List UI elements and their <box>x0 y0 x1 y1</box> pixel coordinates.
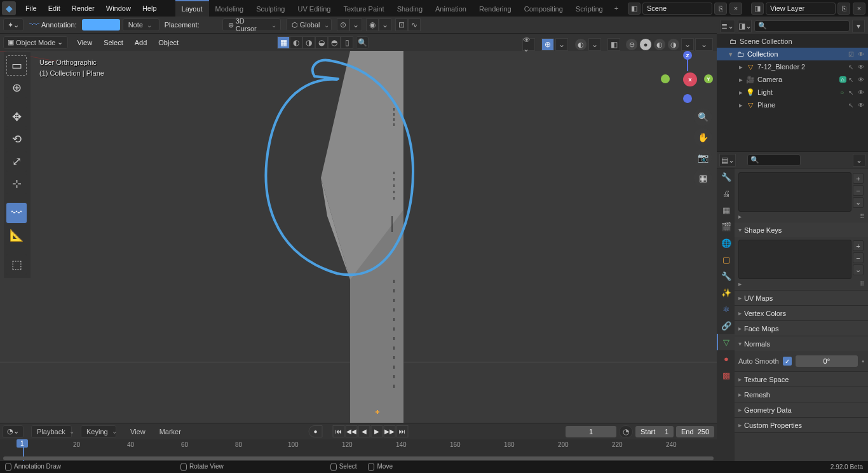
ptab-viewlayer-icon[interactable]: ▦ <box>717 202 735 218</box>
transform-tool-icon[interactable]: ⊹ <box>6 174 27 194</box>
snap-magnet-icon[interactable]: ⊙ <box>337 18 349 31</box>
toggle-xray-icon-b[interactable]: ◓ <box>328 36 341 49</box>
camera-view-icon[interactable]: 📷 <box>694 149 712 167</box>
tree-item-light[interactable]: ▸ 💡 Light ○ ↖👁 <box>717 86 868 99</box>
toggle-xray-icon-c[interactable]: ▯ <box>341 36 353 49</box>
add-primitive-tool-icon[interactable]: ⬚ <box>6 254 27 275</box>
panel-geometry-data[interactable]: Geometry Data <box>735 402 868 417</box>
rotate-tool-icon[interactable]: ⟲ <box>6 129 27 149</box>
show-gizmo-icon[interactable]: ◐ <box>290 36 302 49</box>
cursor-tool-icon[interactable]: ⊕ <box>6 78 27 98</box>
menu-window[interactable]: Window <box>100 0 137 17</box>
list-specials-button[interactable]: ⌄ <box>853 264 864 275</box>
disclosure-icon[interactable]: ▾ <box>727 50 735 58</box>
disclosure-icon[interactable]: ▸ <box>737 88 745 97</box>
viewport-menu-add[interactable]: Add <box>129 39 153 46</box>
disclosure-icon[interactable]: ▸ <box>737 101 745 109</box>
end-frame-field[interactable]: End250 <box>676 426 714 437</box>
navigation-gizmo[interactable]: Z X Y <box>663 53 712 102</box>
keying-dropdown[interactable]: Keying <box>81 425 116 438</box>
disclosure-icon[interactable]: ▸ <box>738 213 742 220</box>
outliner-search-field[interactable]: 🔍 <box>754 20 850 32</box>
annotation-note-dropdown[interactable]: Note <box>123 18 159 31</box>
disable-select-icon[interactable]: ↖ <box>846 89 855 96</box>
current-frame-field[interactable]: 1 <box>566 426 616 437</box>
proportional-edit-icon[interactable]: ◉ <box>366 18 379 31</box>
ptab-world-icon[interactable]: 🌐 <box>717 235 735 251</box>
start-frame-field[interactable]: Start1 <box>635 426 674 437</box>
auto-smooth-checkbox[interactable]: ✓ <box>783 357 792 366</box>
measure-tool-icon[interactable]: 📐 <box>6 225 27 245</box>
timeline-scrollbar[interactable] <box>3 456 714 460</box>
exclude-checkbox[interactable]: ☑ <box>846 51 855 58</box>
jump-next-keyframe-icon[interactable]: ▶▶ <box>384 425 396 437</box>
ptab-render-icon[interactable]: 🔧 <box>717 168 735 185</box>
grip-icon[interactable]: ⠿ <box>860 280 864 287</box>
hide-viewport-icon[interactable]: 👁 <box>857 51 865 58</box>
menu-render[interactable]: Render <box>66 0 100 17</box>
scene-name-field[interactable]: Scene <box>642 3 712 15</box>
show-gizmo-toggle[interactable]: ⊕ <box>541 38 554 51</box>
placement-dropdown[interactable]: ⊕ 3D Cursor <box>222 18 281 31</box>
viewport-search-icon[interactable]: 🔍 <box>356 36 369 49</box>
shading-wireframe-icon[interactable]: ⊖ <box>625 38 638 51</box>
disclosure-icon[interactable]: ▸ <box>737 63 745 71</box>
workspace-modeling[interactable]: Modeling <box>209 0 250 17</box>
disclosure-icon[interactable]: ▸ <box>737 76 745 84</box>
outliner-editor-select[interactable]: ≣⌄ <box>720 20 735 32</box>
ptab-material-icon[interactable]: ● <box>717 350 735 367</box>
use-preview-range-icon[interactable]: ◔ <box>619 425 633 438</box>
auto-smooth-angle-field[interactable]: 0° <box>796 355 858 367</box>
ptab-scene-icon[interactable]: 🎬 <box>717 218 735 235</box>
panel-custom-properties[interactable]: Custom Properties <box>735 418 868 432</box>
ptab-output-icon[interactable]: 🖨 <box>717 185 735 202</box>
view-object-types-icon[interactable]: 👁⌄ <box>522 38 535 51</box>
disable-select-icon[interactable]: ↖ <box>846 76 855 83</box>
3d-viewport[interactable]: User Orthographic (1) Collection | Plane <box>0 51 717 473</box>
ptab-object-icon[interactable]: ▢ <box>717 251 735 268</box>
tree-item-camera[interactable]: ▸ 🎥 Camera ⌂ ↖👁 <box>717 73 868 86</box>
annotate-tool-icon[interactable]: 〰 <box>6 203 27 223</box>
overlays-toggle-icon[interactable]: ◐ <box>574 38 587 51</box>
select-tool-icon[interactable]: ▭ <box>6 55 27 76</box>
workspace-uvediting[interactable]: UV Editing <box>291 0 337 17</box>
jump-prev-keyframe-icon[interactable]: ◀◀ <box>346 425 358 437</box>
list-add-button[interactable]: + <box>853 173 864 184</box>
auto-keying-toggle[interactable]: ● <box>309 425 323 437</box>
workspace-animation[interactable]: Animation <box>429 0 473 17</box>
jump-to-end-icon[interactable]: ⏭ <box>397 425 409 437</box>
ptab-particles-icon[interactable]: ✨ <box>717 284 735 301</box>
move-tool-icon[interactable]: ✥ <box>6 107 27 127</box>
ptab-texture-icon[interactable]: ▩ <box>717 367 735 383</box>
tree-item-plane[interactable]: ▸ ▽ Plane ↖👁 <box>717 99 868 111</box>
workspace-sculpting[interactable]: Sculpting <box>250 0 291 17</box>
vertex-groups-list[interactable]: + − ⌄ <box>738 172 851 212</box>
hide-viewport-icon[interactable]: 👁 <box>857 89 865 96</box>
panel-vertex-colors[interactable]: Vertex Colors <box>735 306 868 320</box>
list-remove-button[interactable]: − <box>853 185 864 196</box>
disable-select-icon[interactable]: ↖ <box>846 102 855 109</box>
overlays-dropdown[interactable]: ⌄ <box>588 38 601 51</box>
perspective-toggle-icon[interactable]: ▦ <box>694 169 712 187</box>
shading-material-icon[interactable]: ◐ <box>653 38 666 51</box>
timeline-menu-marker[interactable]: Marker <box>154 428 186 435</box>
mode-select[interactable]: ▣ Object Mode ⌄ <box>3 36 68 49</box>
workspace-compositing[interactable]: Compositing <box>518 0 569 17</box>
disable-select-icon[interactable]: ↖ <box>846 64 855 71</box>
timeline-editor-select[interactable]: ◔⌄ <box>3 425 24 438</box>
timeline-menu-view[interactable]: View <box>125 428 151 435</box>
shading-rendered-icon[interactable]: ◑ <box>667 38 680 51</box>
scene-delete-icon[interactable]: × <box>729 3 742 15</box>
grip-icon[interactable]: ⠿ <box>860 213 864 220</box>
collapse-header-icon[interactable]: ⌄ <box>695 38 713 51</box>
workspace-layout[interactable]: Layout <box>175 0 209 17</box>
workspace-rendering[interactable]: Rendering <box>473 0 518 17</box>
axis-neg-z-handle[interactable] <box>683 94 692 103</box>
selectability-toggle-icon[interactable]: ▦ <box>277 36 290 49</box>
shape-keys-list[interactable]: + − ⌄ <box>738 240 851 279</box>
proportional-falloff-icon[interactable]: ∿ <box>408 18 421 31</box>
shading-dropdown[interactable]: ⌄ <box>681 38 694 51</box>
ptab-physics-icon[interactable]: ⚛ <box>717 301 735 317</box>
scene-new-icon[interactable]: ⎘ <box>714 3 727 15</box>
jump-to-start-icon[interactable]: ⏮ <box>333 425 345 437</box>
